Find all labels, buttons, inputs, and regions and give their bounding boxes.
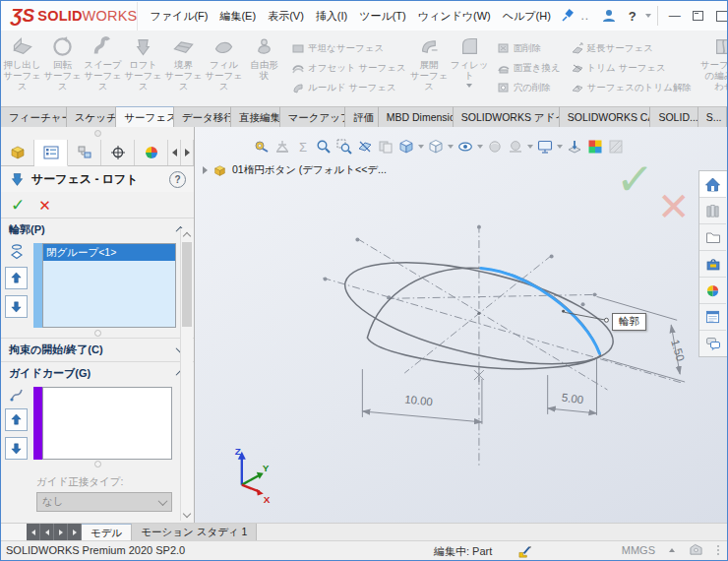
selected-profile-arc[interactable]	[481, 268, 600, 353]
delete-hole-button[interactable]: 穴の削除	[494, 78, 564, 97]
tab-solidworks-addins[interactable]: SOLIDWORKS アドイン	[454, 106, 560, 127]
panel-tab-scroll-right[interactable]	[181, 140, 194, 165]
measure-icon[interactable]	[252, 138, 271, 156]
menu-help[interactable]: ヘルプ(H)	[497, 2, 557, 31]
tab-model[interactable]: モデル	[82, 524, 132, 541]
boundary-surface-button[interactable]: 境界 サーフェス	[163, 33, 204, 93]
mass-properties-icon[interactable]	[273, 138, 291, 156]
tab-solidworks-cam[interactable]: SOLIDWORKS CAM	[560, 106, 651, 127]
design-library-icon[interactable]	[699, 198, 726, 224]
tab-nav-first-icon[interactable]	[27, 524, 40, 541]
custom-properties-icon[interactable]	[699, 304, 726, 331]
cancel-button[interactable]: ✕	[38, 198, 51, 213]
tab-nav-prev-icon[interactable]	[40, 524, 54, 541]
pin-menu-icon[interactable]	[561, 7, 575, 25]
menu-edit[interactable]: 編集(E)	[213, 2, 262, 31]
tab-features[interactable]: フィーチャー	[1, 106, 67, 127]
tab-property-manager[interactable]	[34, 140, 68, 166]
pm-help-icon[interactable]: ?	[169, 171, 186, 188]
minimize-button[interactable]: —	[664, 5, 686, 27]
maximize-button[interactable]	[711, 5, 728, 27]
toolbox-icon[interactable]	[699, 251, 726, 278]
view-orientation-dropdown-icon[interactable]	[417, 145, 424, 149]
revolved-surface-button[interactable]: 回転 サーフェス	[42, 33, 83, 93]
move-guide-down-button[interactable]	[5, 437, 28, 460]
section-start-end-header[interactable]: 拘束の開始/終了(C)	[1, 338, 194, 361]
menu-view[interactable]: 表示(V)	[262, 2, 310, 31]
extend-surface-button[interactable]: 延長サーフェス	[568, 38, 695, 58]
move-guide-up-button[interactable]	[5, 408, 28, 431]
home-icon[interactable]	[699, 171, 726, 198]
user-account-icon[interactable]	[598, 5, 620, 27]
fillet-button[interactable]: フィレット	[450, 33, 490, 88]
tab-mbd-dimension[interactable]: MBD Dimension	[379, 106, 454, 127]
list-resize-handle[interactable]	[94, 330, 101, 337]
move-profile-up-button[interactable]	[5, 267, 28, 289]
lofted-surface-button[interactable]: ロフト サーフェス	[123, 33, 163, 93]
apply-scene-dropdown-icon[interactable]	[526, 145, 533, 149]
forum-icon[interactable]	[699, 331, 726, 356]
zoom-to-area-icon[interactable]	[334, 138, 353, 156]
view-orientation-icon[interactable]	[396, 138, 415, 156]
menu-window[interactable]: ウィンドウ(W)	[412, 2, 497, 31]
tab-data-migration[interactable]: データ移行	[174, 106, 231, 127]
display-style-dropdown-icon[interactable]	[447, 145, 454, 149]
edit-appearance-icon[interactable]	[485, 138, 504, 156]
tab-s-truncated[interactable]: S...	[698, 106, 727, 127]
panel-tab-scroll-left[interactable]	[168, 140, 181, 165]
ok-button[interactable]: ✓	[11, 197, 25, 214]
tab-solidworks-truncated[interactable]: SOLID...	[650, 106, 698, 127]
profiles-selection-list[interactable]: 閉グループ<1>	[42, 243, 176, 328]
help-button[interactable]: ?	[622, 5, 643, 27]
trim-surface-button[interactable]: トリム サーフェス	[568, 58, 695, 78]
resize-grip[interactable]	[717, 545, 719, 555]
sketch-ellipse-profile[interactable]	[367, 268, 600, 369]
extruded-surface-button[interactable]: 押し出し サーフェス	[2, 33, 42, 93]
move-profile-down-button[interactable]	[5, 295, 28, 318]
swept-surface-button[interactable]: スイープ サーフェス	[83, 33, 123, 93]
tab-nav-next-icon[interactable]	[54, 524, 68, 541]
freeform-button[interactable]: 自由形 状	[244, 33, 284, 82]
viewport-cancel-icon[interactable]: ✕	[657, 184, 691, 229]
tab-dimxpert[interactable]	[101, 140, 135, 165]
scroll-thumb[interactable]	[182, 242, 192, 327]
display-style-icon[interactable]	[426, 138, 445, 156]
dimension-depth[interactable]: 5.00	[561, 392, 584, 406]
units-selector[interactable]: MMGS	[622, 544, 655, 556]
filled-surface-button[interactable]: フィル サーフェス	[204, 33, 244, 93]
units-dropdown-icon[interactable]	[669, 548, 675, 552]
untrim-surface-button[interactable]: サーフェスのトリム解除	[568, 78, 695, 97]
tab-sketch[interactable]: スケッチ	[67, 106, 116, 127]
tab-direct-editing[interactable]: 直接編集	[231, 106, 280, 127]
more-options-button[interactable]: ..	[575, 5, 596, 27]
restore-button[interactable]	[688, 5, 709, 27]
delete-face-button[interactable]: 面削除	[494, 38, 564, 58]
viewport-confirm-icon[interactable]: ✓	[615, 152, 655, 207]
planar-surface-button[interactable]: 平坦なサーフェス	[288, 38, 409, 58]
graphics-viewport[interactable]: 10.00 5.00 1.50 Z Y X	[195, 127, 727, 523]
tab-markup[interactable]: マークアップ	[280, 106, 346, 127]
tag-icon[interactable]	[689, 543, 703, 556]
part-root-label[interactable]: 01楕円ボタン (デフォルト<<デ...	[232, 163, 387, 177]
menu-file[interactable]: ファイル(F)	[144, 2, 213, 31]
3d-drawing-view-icon[interactable]	[565, 138, 583, 156]
scroll-up-icon[interactable]	[181, 228, 193, 240]
tab-motion-study[interactable]: モーション スタディ 1	[132, 524, 257, 541]
guide-selection-list[interactable]	[42, 387, 172, 460]
offset-surface-button[interactable]: オフセット サーフェス	[288, 58, 409, 78]
hide-show-dropdown-icon[interactable]	[476, 145, 483, 149]
file-explorer-icon[interactable]	[699, 224, 726, 251]
scroll-down-icon[interactable]	[181, 509, 193, 521]
dimension-height[interactable]: 1.50	[669, 339, 687, 363]
section-guide-curves-header[interactable]: ガイドカーブ(G)	[1, 361, 194, 385]
profiles-list-item[interactable]: 閉グループ<1>	[43, 244, 175, 261]
pm-scrollbar[interactable]	[180, 228, 193, 521]
menu-insert[interactable]: 挿入(I)	[310, 2, 353, 31]
section-view-icon[interactable]	[355, 138, 374, 156]
view-settings-dropdown-icon[interactable]	[556, 145, 563, 149]
tree-expander-icon[interactable]	[203, 166, 208, 174]
tab-appearances[interactable]	[135, 140, 168, 165]
panel-splitter-handle[interactable]	[1, 127, 194, 140]
tab-surfaces[interactable]: サーフェス	[116, 106, 174, 127]
list-resize-handle[interactable]	[94, 461, 101, 468]
